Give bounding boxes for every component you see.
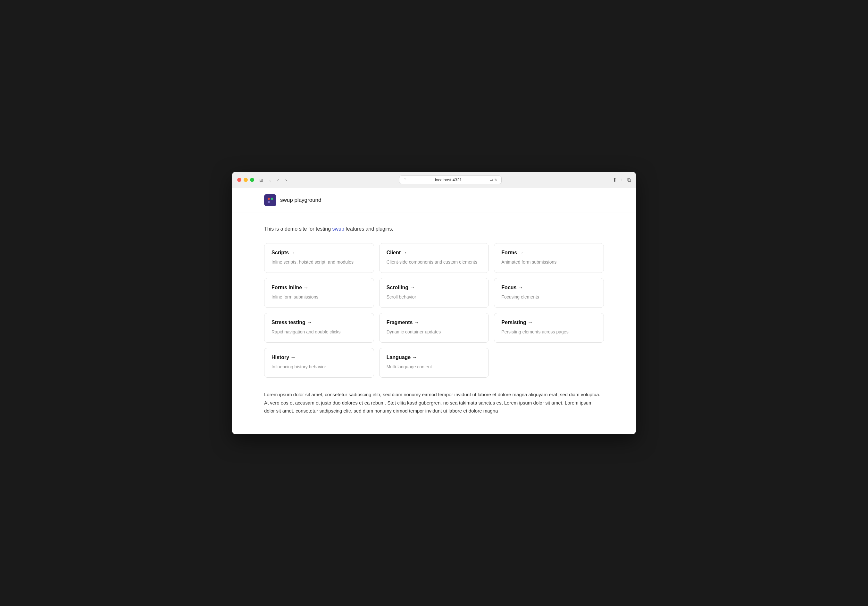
address-bar-container: 🗋 localhost:4321 ⇌ ↻ xyxy=(292,176,609,184)
card-stress-testing-desc: Rapid navigation and double clicks xyxy=(271,329,367,335)
card-fragments-title: Fragments → xyxy=(387,320,482,325)
card-empty-slot xyxy=(494,348,604,378)
card-scripts[interactable]: Scripts → Inline scripts, hoisted script… xyxy=(264,243,374,273)
logo-dots xyxy=(268,198,273,203)
cards-grid: Scripts → Inline scripts, hoisted script… xyxy=(264,243,604,378)
page-icon: 🗋 xyxy=(403,178,407,182)
card-language-desc: Multi-language content xyxy=(387,363,482,370)
card-fragments[interactable]: Fragments → Dynamic container updates xyxy=(379,313,489,343)
reload-icon[interactable]: ↻ xyxy=(494,178,498,182)
address-bar[interactable]: 🗋 localhost:4321 ⇌ ↻ xyxy=(399,176,502,184)
card-scripts-title: Scripts → xyxy=(271,250,367,256)
card-forms-inline[interactable]: Forms inline → Inline form submissions xyxy=(264,278,374,308)
forward-button[interactable]: › xyxy=(284,177,288,183)
card-persisting-title: Persisting → xyxy=(501,320,597,325)
card-scrolling-title: Scrolling → xyxy=(387,285,482,291)
close-button[interactable] xyxy=(237,178,241,182)
back-button[interactable]: ‹ xyxy=(276,177,280,183)
new-tab-button[interactable]: + xyxy=(620,177,623,183)
card-stress-testing[interactable]: Stress testing → Rapid navigation and do… xyxy=(264,313,374,343)
card-fragments-desc: Dynamic container updates xyxy=(387,329,482,335)
card-focus[interactable]: Focus → Focusing elements xyxy=(494,278,604,308)
lorem-paragraph: Lorem ipsum dolor sit amet, consetetur s… xyxy=(264,390,604,422)
card-persisting-desc: Persisting elements across pages xyxy=(501,329,597,335)
card-history[interactable]: History → Influencing history behavior xyxy=(264,348,374,378)
card-history-title: History → xyxy=(271,354,367,360)
site-title: swup playground xyxy=(280,197,321,203)
translate-icon: ⇌ xyxy=(490,178,493,182)
card-forms-title: Forms → xyxy=(501,250,597,256)
card-forms-inline-desc: Inline form submissions xyxy=(271,294,367,300)
traffic-lights xyxy=(237,178,254,182)
sidebar-toggle-button[interactable]: ⊞ xyxy=(258,177,264,183)
card-persisting[interactable]: Persisting → Persisting elements across … xyxy=(494,313,604,343)
card-client[interactable]: Client → Client-side components and cust… xyxy=(379,243,489,273)
card-scrolling-desc: Scroll behavior xyxy=(387,294,482,300)
card-focus-title: Focus → xyxy=(501,285,597,291)
tabs-button[interactable]: ⧉ xyxy=(627,177,631,183)
card-forms-inline-title: Forms inline → xyxy=(271,285,367,291)
card-stress-testing-title: Stress testing → xyxy=(271,320,367,325)
address-bar-actions: ⇌ ↻ xyxy=(490,178,498,182)
card-language[interactable]: Language → Multi-language content xyxy=(379,348,489,378)
swup-link[interactable]: swup xyxy=(332,226,344,232)
minimize-button[interactable] xyxy=(243,178,248,182)
card-language-title: Language → xyxy=(387,354,482,360)
maximize-button[interactable] xyxy=(250,178,254,182)
card-client-title: Client → xyxy=(387,250,482,256)
share-button[interactable]: ⬆ xyxy=(612,177,617,183)
intro-paragraph: This is a demo site for testing swup fea… xyxy=(264,225,604,233)
card-scripts-desc: Inline scripts, hoisted script, and modu… xyxy=(271,259,367,266)
logo-dot-empty xyxy=(271,201,273,203)
card-forms-desc: Animated form submissions xyxy=(501,259,597,266)
chevron-down-icon: ⌄ xyxy=(268,178,272,182)
intro-text-after: features and plugins. xyxy=(344,226,393,232)
card-scrolling[interactable]: Scrolling → Scroll behavior xyxy=(379,278,489,308)
logo-dot-green xyxy=(271,198,273,200)
logo-dot-red xyxy=(268,198,270,200)
intro-text-before: This is a demo site for testing xyxy=(264,226,332,232)
browser-window: ⊞ ⌄ ‹ › 🗋 localhost:4321 ⇌ ↻ ⬆ + ⧉ xyxy=(232,172,636,434)
browser-chrome: ⊞ ⌄ ‹ › 🗋 localhost:4321 ⇌ ↻ ⬆ + ⧉ xyxy=(232,172,636,188)
site-logo xyxy=(264,194,276,206)
card-client-desc: Client-side components and custom elemen… xyxy=(387,259,482,266)
card-forms[interactable]: Forms → Animated form submissions xyxy=(494,243,604,273)
logo-dot-purple xyxy=(268,201,270,203)
url-text: localhost:4321 xyxy=(410,178,487,182)
site-header: swup playground xyxy=(232,188,636,212)
main-content: This is a demo site for testing swup fea… xyxy=(232,212,636,434)
browser-actions-right: ⬆ + ⧉ xyxy=(612,177,631,183)
card-history-desc: Influencing history behavior xyxy=(271,363,367,370)
card-focus-desc: Focusing elements xyxy=(501,294,597,300)
page-content: swup playground This is a demo site for … xyxy=(232,188,636,434)
